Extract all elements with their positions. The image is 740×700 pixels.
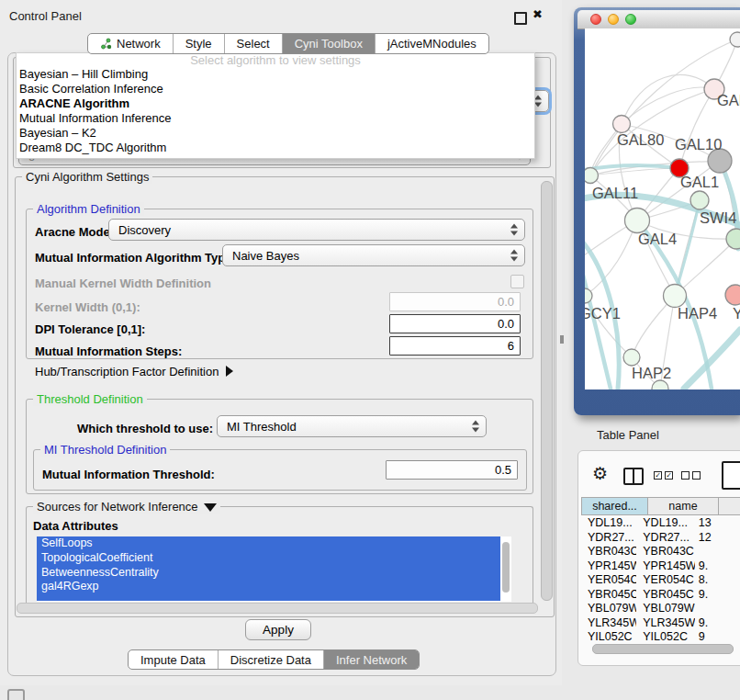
aracne-mode-combo[interactable]: Discovery [108, 219, 525, 241]
tab-cyni-toolbox[interactable]: Cyni Toolbox [282, 34, 375, 53]
node-hap4[interactable] [664, 285, 687, 308]
settings-vertical-scrollbar[interactable] [541, 181, 553, 601]
manual-kernel-label: Manual Kernel Width Definition [35, 277, 211, 290]
mi-steps-label: Mutual Information Steps: [35, 344, 182, 358]
node-edge-clipped[interactable] [730, 32, 740, 47]
cell: YDL19... [636, 516, 695, 531]
table-horizontal-scrollbar[interactable] [592, 644, 734, 654]
list-item-clipped[interactable] [37, 594, 500, 601]
zoom-traffic-light[interactable] [625, 14, 636, 25]
select-all-checkbox-icon[interactable]: ✓ [665, 471, 673, 480]
cell: 12 [695, 531, 740, 546]
which-threshold-combo[interactable]: MI Threshold [217, 415, 487, 437]
minimize-traffic-light[interactable] [608, 14, 619, 25]
mi-threshold-field[interactable] [386, 460, 518, 480]
node-swi4[interactable] [726, 229, 740, 249]
tab-discretize-data[interactable]: Discretize Data [218, 650, 323, 669]
mi-type-combo[interactable]: Naive Bayes [222, 244, 525, 266]
node-bottom-clipped[interactable] [652, 380, 668, 390]
dpi-tolerance-field[interactable] [389, 314, 521, 333]
hub-section-toggle[interactable]: Hub/Transcription Factor Definition [35, 365, 233, 378]
dropdown-option[interactable]: Bayesian – Hill Climbing [17, 67, 534, 82]
select-all-checkbox-icon[interactable]: ✓ [654, 471, 662, 480]
tab-select[interactable]: Select [224, 34, 282, 53]
cell: 9 [695, 630, 740, 641]
node-gal80[interactable] [613, 116, 631, 133]
gear-icon[interactable]: ⚙ [592, 463, 608, 484]
table-row[interactable]: YBL079W YBL079W [581, 602, 740, 616]
close-traffic-light[interactable] [590, 14, 601, 25]
tab-select-label: Select [237, 37, 270, 51]
list-item-selected[interactable]: BetweennessCentrality [37, 566, 500, 581]
minimized-panel-icon[interactable] [7, 689, 25, 700]
list-item-selected[interactable]: TopologicalCoefficient [37, 551, 500, 566]
cell: YER054C [636, 573, 695, 588]
node-label: SWI4 [700, 209, 736, 226]
apply-button[interactable]: Apply [245, 619, 311, 640]
dropdown-option[interactable]: Dream8 DC_TDC Algorithm [17, 141, 534, 155]
deselect-all-checkbox-icon[interactable] [681, 471, 690, 480]
table-row[interactable]: YBR043C YBR043C [581, 545, 740, 559]
list-item-selected[interactable]: gal4RGexp [37, 580, 500, 594]
table-row[interactable]: YDR27... YDR27... 12 [581, 531, 740, 546]
dropdown-option[interactable]: Bayesian – K2 [17, 126, 534, 141]
column-header-shared[interactable]: shared... [581, 497, 648, 515]
mi-threshold-label: Mutual Information Threshold: [42, 468, 215, 481]
node-gal1[interactable] [690, 191, 709, 209]
tab-infer-network[interactable]: Infer Network [323, 650, 419, 669]
panel-splitter-handle[interactable] [560, 335, 564, 344]
algorithm-dropdown-popup: Select algorithm to view settings Bayesi… [16, 52, 535, 159]
node-gal11[interactable] [585, 168, 599, 184]
close-icon[interactable]: ✖ [533, 7, 543, 21]
split-columns-icon[interactable] [623, 468, 644, 485]
tab-impute-data[interactable]: Impute Data [129, 650, 218, 669]
node-label: GAL10 [675, 136, 722, 152]
tab-network[interactable]: Network [88, 34, 173, 53]
manual-kernel-checkbox[interactable] [510, 275, 524, 288]
network-graph: GAL GAL80 GAL10 GAL11 GAL1 SWI4 GAL4 GCY… [585, 28, 740, 390]
float-window-icon[interactable] [514, 12, 527, 25]
tab-jactivemnodules[interactable]: jActiveMNodules [375, 34, 488, 53]
dpi-tolerance-label: DPI Tolerance [0,1]: [35, 322, 145, 336]
list-vertical-scrollbar[interactable] [502, 542, 510, 593]
table-row[interactable]: YER054C YER054C 8. [581, 573, 740, 588]
node-label: GAL1 [680, 174, 719, 190]
dropdown-option[interactable]: Mutual Information Inference [17, 111, 534, 126]
node-pink-right[interactable] [725, 285, 740, 305]
column-header-clipped[interactable] [719, 497, 740, 515]
sources-group-title[interactable]: Sources for Network Inference [33, 500, 220, 514]
list-item-selected[interactable]: SelfLoops [37, 536, 500, 551]
chevron-down-icon [204, 503, 217, 512]
kernel-width-label: Kernel Width (0,1): [35, 300, 140, 314]
table-row[interactable]: YBR045C YBR045C 9. [581, 588, 740, 603]
cell: YBR045C [636, 588, 695, 603]
column-header-name[interactable]: name [648, 497, 719, 515]
table-row[interactable]: YDL19... YDL19... 13 [581, 516, 740, 531]
cyni-settings-title: Cyni Algorithm Settings [22, 170, 152, 184]
node-hap2[interactable] [623, 349, 640, 366]
network-window-titlebar[interactable] [577, 10, 740, 29]
settings-horizontal-scrollbar[interactable] [17, 603, 538, 614]
network-canvas[interactable]: GAL GAL80 GAL10 GAL11 GAL1 SWI4 GAL4 GCY… [585, 28, 740, 390]
cell: YDR27... [636, 531, 695, 546]
table-row[interactable]: YPR145W YPR145W 9. [581, 559, 740, 574]
chevron-right-icon [226, 366, 233, 377]
tab-style-label: Style [185, 37, 212, 51]
cell: YBR045C [581, 588, 636, 603]
node-label: GAL4 [638, 231, 677, 247]
which-threshold-label: Which threshold to use: [77, 422, 213, 435]
table-function-icon[interactable] [722, 461, 740, 490]
table-row-clipped[interactable]: YIL052C YIL052C 9 [581, 630, 740, 641]
cell: YBR043C [636, 545, 695, 559]
deselect-all-checkbox-icon[interactable] [692, 471, 701, 480]
tab-style[interactable]: Style [173, 34, 224, 53]
dropdown-option[interactable]: Basic Correlation Inference [17, 82, 534, 96]
node-label: GAL80 [617, 131, 664, 148]
node-gal4[interactable] [625, 209, 650, 233]
table-row[interactable]: YLR345W YLR345W 9. [581, 616, 740, 631]
dropdown-option-highlighted[interactable]: ARACNE Algorithm [17, 96, 534, 111]
mi-steps-field[interactable] [389, 336, 521, 356]
kernel-width-field[interactable] [389, 292, 521, 311]
cell: YIL052C [581, 630, 636, 641]
cell: YDR27... [581, 531, 636, 546]
